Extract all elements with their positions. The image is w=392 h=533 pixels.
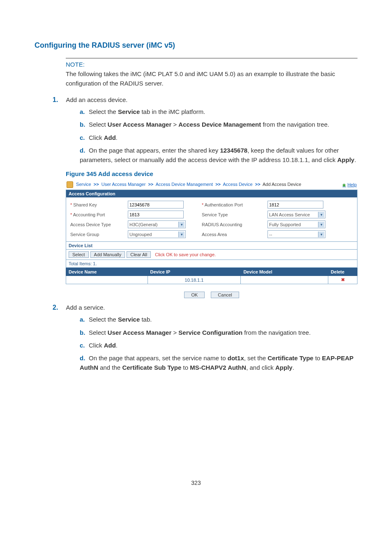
t: tab in the iMC platform.: [140, 108, 205, 115]
t: Select: [89, 121, 108, 128]
step-2: 2. Add a service. a.Select the Service t…: [35, 304, 357, 372]
section-title: Configuring the RADIUS server (iMC v5): [35, 41, 357, 50]
step-1d: d.On the page that appears, enter the sh…: [80, 146, 357, 165]
crumb-adm[interactable]: Access Device Management: [156, 182, 213, 187]
clear-all-button[interactable]: Clear All: [127, 251, 151, 258]
t: tab.: [140, 316, 152, 323]
help-link[interactable]: Help: [342, 182, 357, 187]
total-items: Total Items: 1.: [66, 260, 357, 268]
step-1-text: Add an access device.: [66, 96, 127, 103]
cell-device-name: [66, 276, 148, 284]
radius-accounting-select[interactable]: Fully Supported▾: [267, 220, 325, 228]
page-number: 323: [35, 480, 357, 486]
step-2a-letter: a.: [80, 315, 89, 324]
crumb-uam[interactable]: User Access Manager: [101, 182, 146, 187]
step-2c: c.Click Add.: [80, 341, 357, 350]
t: On the page that appears, set the servic…: [89, 355, 228, 362]
access-area-select[interactable]: --▾: [267, 230, 325, 238]
step-2c-letter: c.: [80, 341, 89, 350]
t: Certificate Sub Type: [122, 364, 181, 371]
t: , and click: [246, 364, 275, 371]
device-type-value: H3C(General): [129, 222, 157, 227]
chevron-down-icon: ▾: [318, 222, 324, 227]
t: 12345678: [220, 147, 247, 154]
step-1b: b.Select User Access Manager > Access De…: [80, 120, 357, 129]
label-acct-port: Accounting Port: [70, 212, 128, 217]
chevron-down-icon: ▾: [318, 232, 324, 237]
t: dot1x: [228, 355, 244, 362]
auth-port-input[interactable]: [267, 201, 323, 209]
sep: >>: [92, 182, 100, 187]
t: On the page that appears, enter the shar…: [89, 147, 220, 154]
add-manually-button[interactable]: Add Manually: [90, 251, 125, 258]
select-button[interactable]: Select: [69, 251, 89, 258]
label-device-type: Access Device Type: [70, 222, 128, 227]
folder-icon: [67, 181, 73, 188]
t: >: [171, 329, 178, 336]
step-1-number: 1.: [53, 96, 64, 104]
t: .: [354, 156, 356, 163]
note-divider: [66, 58, 357, 58]
t: >: [171, 121, 178, 128]
step-1: 1. Add an access device. a.Select the Se…: [35, 96, 357, 165]
t: Service Configuration: [178, 329, 242, 336]
t: Add: [104, 134, 116, 141]
chevron-down-icon: ▾: [318, 212, 324, 218]
delete-icon[interactable]: ✖: [341, 277, 345, 282]
label-shared-key: Shared Key: [70, 202, 128, 207]
access-configuration-panel: Access Configuration Shared Key Authenti…: [66, 190, 357, 242]
breadcrumb: Service >> User Access Manager >> Access…: [67, 181, 301, 188]
service-type-value: LAN Access Service: [269, 212, 310, 217]
cancel-button[interactable]: Cancel: [211, 292, 239, 298]
col-device-name: Device Name: [66, 268, 148, 276]
t: from the navigation tree.: [261, 121, 329, 128]
shared-key-input[interactable]: [128, 201, 184, 209]
step-1c: c.Click Add.: [80, 133, 357, 142]
t: to: [314, 355, 322, 362]
t: Service: [118, 108, 140, 115]
chevron-down-icon: ▾: [178, 222, 184, 227]
crumb-ad[interactable]: Access Device: [223, 182, 253, 187]
step-2d-letter: d.: [80, 353, 89, 363]
figure-screenshot: Service >> User Access Manager >> Access…: [66, 180, 357, 298]
t: , set the: [244, 355, 268, 362]
step-2-number: 2.: [53, 304, 64, 311]
step-2b-letter: b.: [80, 328, 89, 337]
device-list-title: Device List: [66, 242, 357, 250]
step-2b: b.Select User Access Manager > Service C…: [80, 328, 357, 337]
step-1a-letter: a.: [80, 107, 89, 116]
crumb-service[interactable]: Service: [76, 182, 91, 187]
col-device-ip: Device IP: [148, 268, 241, 276]
note-body: The following takes the iMC (iMC PLAT 5.…: [66, 70, 357, 88]
chevron-down-icon: ▾: [178, 232, 184, 237]
note-title: NOTE:: [66, 61, 357, 68]
step-1b-letter: b.: [80, 120, 89, 129]
step-1a: a.Select the Service tab in the iMC plat…: [80, 107, 357, 116]
step-1d-letter: d.: [80, 146, 89, 155]
col-device-model: Device Model: [241, 268, 328, 276]
t: Click: [89, 134, 104, 141]
crumb-current: Add Access Device: [263, 182, 301, 187]
t: .: [116, 134, 118, 141]
device-table: Device Name Device IP Device Model Delet…: [66, 268, 357, 284]
table-row: 10.18.1.1 ✖: [66, 276, 357, 284]
device-type-select[interactable]: H3C(General)▾: [128, 220, 186, 228]
t: Select: [89, 329, 108, 336]
t: MS-CHAPV2 AuthN: [190, 364, 246, 371]
device-list-toolbar: Select Add Manually Clear All Click OK t…: [66, 250, 357, 260]
service-type-select[interactable]: LAN Access Service▾: [267, 211, 325, 218]
t: .: [293, 364, 294, 371]
t: Select the: [89, 316, 118, 323]
access-area-value: --: [269, 232, 272, 237]
t: from the navigation tree.: [242, 329, 311, 336]
t: Certificate Type: [267, 355, 313, 362]
t: and the: [98, 364, 122, 371]
label-radius-accounting: RADIUS Accounting: [202, 222, 267, 227]
t: Click: [89, 342, 104, 349]
t: Service: [118, 316, 140, 323]
access-configuration-title: Access Configuration: [66, 190, 357, 197]
acct-port-input[interactable]: [128, 211, 184, 218]
ok-button[interactable]: OK: [184, 292, 205, 298]
service-group-select[interactable]: Ungrouped▾: [128, 230, 186, 238]
t: Access Device Management: [178, 121, 261, 128]
